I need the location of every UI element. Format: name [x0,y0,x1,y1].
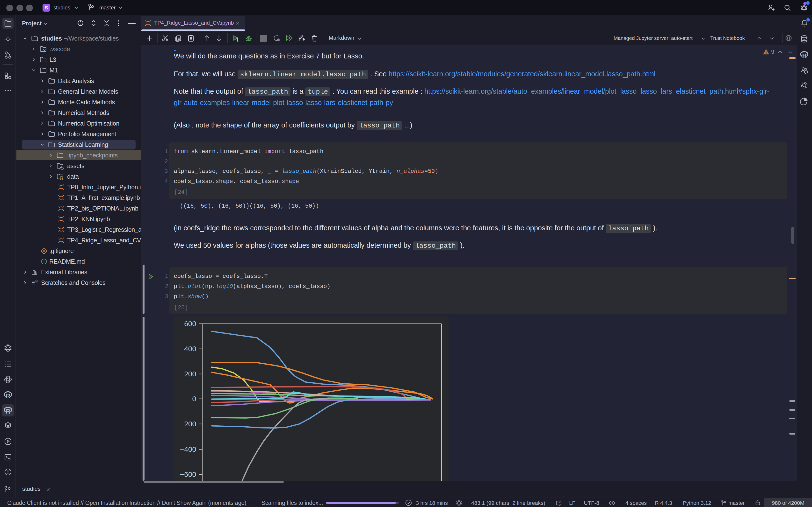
svg-text:400: 400 [184,345,196,353]
svg-text:R: R [6,392,10,399]
svg-text:R: R [802,52,807,59]
svg-text:200: 200 [184,370,196,378]
svg-text:R: R [6,408,10,415]
svg-text:−200: −200 [180,420,196,428]
svg-text:−600: −600 [180,470,196,478]
svg-text:−400: −400 [180,445,196,453]
svg-text:0: 0 [192,395,196,403]
svg-text:600: 600 [184,320,196,328]
